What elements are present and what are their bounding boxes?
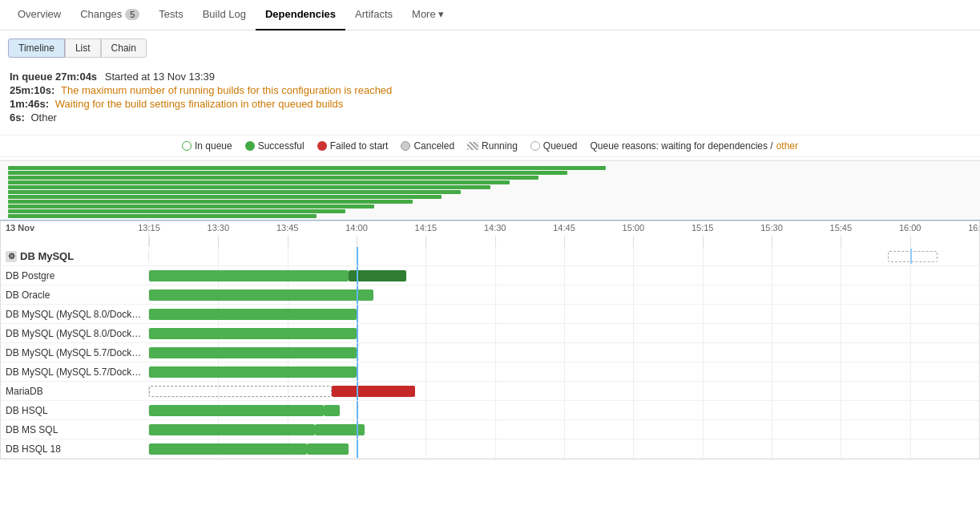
grid-line bbox=[910, 343, 911, 362]
grid-line bbox=[910, 382, 911, 400]
grid-line bbox=[703, 324, 704, 342]
running-icon bbox=[467, 142, 478, 150]
bar-area bbox=[149, 324, 979, 342]
grid-line bbox=[703, 401, 704, 419]
time-label: 13:30 bbox=[208, 223, 230, 233]
time-label: 15:30 bbox=[760, 223, 783, 233]
tab-build-log[interactable]: Build Log bbox=[193, 0, 256, 30]
grid-line bbox=[841, 324, 841, 342]
date-label: 13 Nov bbox=[1, 221, 149, 247]
grid-line bbox=[910, 324, 911, 342]
table-row[interactable]: DB MySQL (MySQL 5.7/Docker, latin1/... 8… bbox=[1, 362, 979, 382]
grid-line bbox=[633, 362, 634, 381]
table-row[interactable]: DB MS SQL bbox=[1, 420, 979, 439]
timeline-rows: ⚙DB MySQLDB PostgreDB OracleDB MySQL (My… bbox=[1, 247, 979, 459]
grid-line bbox=[703, 305, 704, 323]
time-label: 16:15 bbox=[968, 223, 979, 233]
grid-line bbox=[841, 362, 841, 381]
row-label: DB MySQL (MySQL 8.0/Docker, utf8mb...8mb… bbox=[1, 328, 149, 339]
bar-area bbox=[149, 247, 979, 265]
grid-line bbox=[703, 236, 704, 247]
bar-area bbox=[149, 401, 979, 419]
row-label: DB MySQL (MySQL 5.7/Docker, utf8mb...8mb… bbox=[1, 347, 149, 358]
timeline-bar bbox=[149, 424, 315, 435]
table-row[interactable]: DB HSQL 18 bbox=[1, 439, 979, 459]
row-label: DB HSQL bbox=[1, 405, 149, 416]
queue-info-line: In queue 27m:04s Started at 13 Nov 13:39 bbox=[10, 71, 970, 83]
view-timeline-button[interactable]: Timeline bbox=[8, 38, 65, 58]
failed-icon bbox=[317, 141, 327, 151]
blue-line-marker bbox=[357, 382, 358, 400]
tab-tests[interactable]: Tests bbox=[149, 0, 192, 30]
table-row[interactable]: DB MySQL (MySQL 8.0/Docker, utf8mb...8mb… bbox=[1, 324, 979, 343]
time-label: 14:00 bbox=[345, 223, 368, 233]
other-link[interactable]: other bbox=[776, 140, 798, 152]
time-axis-container: 13 Nov 13:1513:3013:4514:0014:1514:3014:… bbox=[1, 221, 979, 247]
grid-line bbox=[425, 236, 426, 247]
legend-failed: Failed to start bbox=[317, 140, 389, 152]
grid-line bbox=[841, 247, 841, 265]
grid-line bbox=[841, 401, 841, 419]
tab-artifacts[interactable]: Artifacts bbox=[345, 0, 402, 30]
tab-more[interactable]: More ▾ bbox=[402, 0, 454, 30]
view-chain-button[interactable]: Chain bbox=[101, 38, 147, 58]
grid-line bbox=[910, 236, 911, 247]
grid-line bbox=[703, 247, 704, 265]
timeline-bar bbox=[888, 251, 938, 262]
grid-line bbox=[425, 324, 426, 342]
overview-bar bbox=[8, 176, 538, 180]
time-label: 13:45 bbox=[276, 223, 299, 233]
table-row[interactable]: MariaDB bbox=[1, 382, 979, 401]
overview-bars bbox=[0, 164, 980, 221]
bar-area bbox=[149, 266, 979, 285]
tab-dependencies[interactable]: Dependencies bbox=[256, 0, 345, 30]
grid-line bbox=[703, 382, 704, 400]
grid-line bbox=[703, 439, 704, 458]
grid-line bbox=[495, 266, 496, 285]
table-row[interactable]: DB HSQL bbox=[1, 401, 979, 420]
timeline-bar bbox=[149, 366, 357, 378]
grid-line bbox=[772, 266, 772, 285]
grid-line bbox=[910, 439, 911, 458]
grid-line bbox=[564, 247, 565, 265]
grid-line bbox=[772, 343, 772, 362]
grid-line bbox=[772, 324, 772, 342]
grid-line bbox=[564, 439, 565, 458]
table-row[interactable]: DB MySQL (MySQL 5.7/Docker, utf8mb...8mb… bbox=[1, 343, 979, 362]
table-row[interactable]: DB Postgre bbox=[1, 266, 979, 285]
row-label: DB Postgre bbox=[1, 270, 149, 281]
grid-line bbox=[910, 420, 911, 439]
grid-line bbox=[564, 420, 565, 439]
table-row[interactable]: DB Oracle bbox=[1, 285, 979, 305]
blue-line-marker bbox=[357, 401, 358, 419]
grid-line bbox=[425, 247, 426, 265]
bar-area bbox=[149, 305, 979, 323]
time-label: 13:15 bbox=[138, 223, 160, 233]
info-section: In queue 27m:04s Started at 13 Nov 13:39… bbox=[0, 66, 980, 132]
blue-line-marker bbox=[357, 439, 358, 458]
timeline-container: 13 Nov 13:1513:3013:4514:0014:1514:3014:… bbox=[0, 221, 980, 459]
view-list-button[interactable]: List bbox=[65, 38, 101, 58]
grid-line bbox=[288, 247, 288, 265]
grid-line bbox=[910, 401, 911, 419]
grid-line bbox=[703, 266, 704, 285]
row-label: DB HSQL 18 bbox=[1, 443, 149, 455]
grid-line bbox=[772, 285, 772, 304]
view-button-group: Timeline List Chain bbox=[8, 38, 972, 58]
row-label: DB MySQL (MySQL 8.0/Docker, latin1/utf8m… bbox=[1, 309, 149, 320]
grid-line bbox=[495, 401, 496, 419]
timeline-bar bbox=[307, 443, 349, 455]
blue-line-marker bbox=[357, 324, 358, 342]
table-row[interactable]: ⚙DB MySQL bbox=[1, 247, 979, 266]
grid-line bbox=[357, 236, 357, 247]
grid-line bbox=[703, 362, 704, 381]
table-row[interactable]: DB MySQL (MySQL 8.0/Docker, latin1/utf8m… bbox=[1, 305, 979, 324]
bar-area bbox=[149, 343, 979, 362]
grid-line bbox=[633, 305, 634, 323]
tab-overview[interactable]: Overview bbox=[8, 0, 71, 30]
overview-bar bbox=[8, 166, 606, 170]
timeline-scroll[interactable]: 13 Nov 13:1513:3013:4514:0014:1514:3014:… bbox=[1, 221, 979, 459]
legend-queue-reasons: Queue reasons: waiting for dependencies … bbox=[591, 140, 799, 152]
tab-changes[interactable]: Changes 5 bbox=[71, 0, 149, 30]
grid-line bbox=[910, 305, 911, 323]
